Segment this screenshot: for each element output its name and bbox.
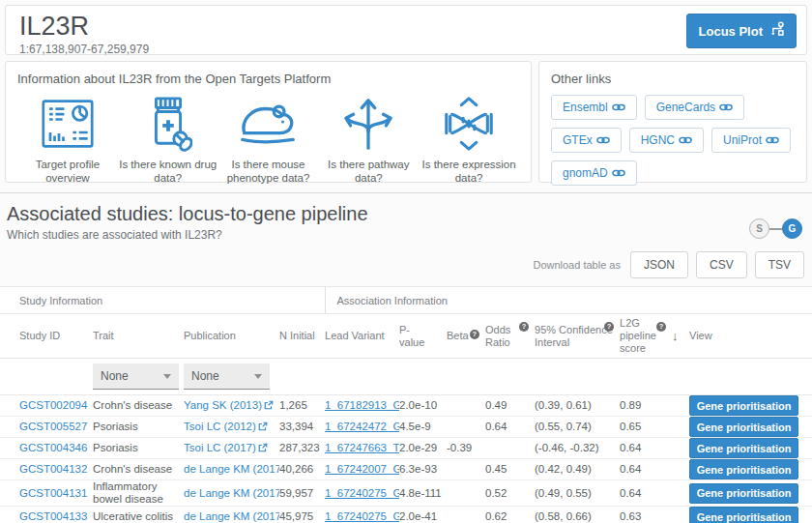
link-button-ensembl[interactable]: Ensembl bbox=[551, 95, 637, 120]
study-gene-toggle[interactable]: S G bbox=[749, 218, 802, 239]
col-header-l2g-score[interactable]: L2G pipeline score? bbox=[620, 314, 672, 359]
trait-filter-select[interactable]: None bbox=[93, 363, 179, 390]
download-csv-button[interactable]: CSV bbox=[696, 251, 747, 278]
beta-cell bbox=[447, 480, 485, 507]
study-id-link[interactable]: GCST005527 bbox=[19, 421, 87, 432]
lead-variant-link[interactable]: 1_67247663_T_C bbox=[325, 442, 399, 453]
col-header-confidence-interval[interactable]: 95% Confidence Interval? bbox=[535, 314, 620, 359]
beta-cell bbox=[447, 459, 485, 480]
study-id-link[interactable]: GCST004132 bbox=[19, 463, 87, 475]
table-filter-row: None None bbox=[0, 359, 812, 395]
study-id-link[interactable]: GCST004131 bbox=[19, 487, 87, 499]
p-value-cell: 2.0e-10 bbox=[399, 395, 447, 417]
pathway-data-item[interactable]: Is there pathway data? bbox=[318, 94, 419, 185]
publication-link[interactable]: de Lange KM (2017) bbox=[184, 510, 279, 522]
l2g-score-cell: 0.64 bbox=[620, 459, 672, 480]
target-profile-label: Target profile overview bbox=[17, 158, 118, 185]
expression-data-label: Is there expression data? bbox=[419, 158, 519, 185]
l2g-score-cell: 0.89 bbox=[620, 395, 672, 417]
download-json-button[interactable]: JSON bbox=[630, 251, 688, 278]
ci-help-icon[interactable]: ? bbox=[604, 322, 614, 332]
link-label-uniprot: UniProt bbox=[723, 133, 762, 147]
table-row: GCST004132 Crohn's disease de Lange KM (… bbox=[0, 459, 812, 480]
link-button-uniprot[interactable]: UniProt bbox=[711, 128, 791, 153]
toggle-connector bbox=[769, 228, 782, 230]
other-links-title: Other links bbox=[551, 72, 795, 86]
col-header-p-value[interactable]: P-value bbox=[399, 314, 447, 359]
lead-variant-link[interactable]: 1_67242472_G_T bbox=[325, 421, 399, 432]
link-icon bbox=[612, 168, 625, 178]
mouse-data-item[interactable]: Is there mouse phenotype data? bbox=[218, 94, 319, 185]
link-button-genecards[interactable]: GeneCards bbox=[645, 95, 744, 120]
gene-location: 1:67,138,907-67,259,979 bbox=[19, 43, 149, 56]
target-profile-item[interactable]: Target profile overview bbox=[17, 94, 118, 185]
col-header-n-initial[interactable]: N Initial bbox=[279, 314, 325, 359]
lead-variant-link[interactable]: 1_67240275_G_A bbox=[325, 487, 399, 499]
gene-prioritisation-button[interactable]: Gene prioritisation bbox=[689, 395, 798, 416]
study-id-link[interactable]: GCST004346 bbox=[19, 442, 87, 453]
mouse-data-label: Is there mouse phenotype data? bbox=[218, 158, 319, 185]
download-label: Download table as bbox=[533, 259, 621, 271]
studies-table: Study Information Association Informatio… bbox=[0, 286, 812, 523]
lead-variant-link[interactable]: 1_67240275_G_A bbox=[325, 510, 399, 522]
publication-link[interactable]: de Lange KM (2017) bbox=[184, 487, 279, 499]
lead-variant-link[interactable]: 1_67242007_G_A bbox=[325, 463, 399, 475]
ci-cell: (-0.46, -0.32) bbox=[535, 438, 620, 459]
gene-prioritisation-button[interactable]: Gene prioritisation bbox=[689, 507, 798, 523]
study-id-link[interactable]: GCST004133 bbox=[19, 510, 87, 522]
download-tsv-button[interactable]: TSV bbox=[755, 251, 804, 278]
odds-ratio-help-icon[interactable]: ? bbox=[519, 322, 529, 332]
sort-desc-icon[interactable]: ↓ bbox=[672, 329, 679, 343]
p-value-cell: 2.0e-29 bbox=[399, 438, 447, 459]
lead-variant-link[interactable]: 1_67182913_G_A bbox=[325, 399, 399, 411]
studies-heading: Associated studies: locus-to-gene pipeli… bbox=[7, 203, 805, 225]
trait-cell: Psoriasis bbox=[93, 417, 184, 438]
toggle-gene-option[interactable]: G bbox=[782, 218, 802, 239]
odds-ratio-cell: 0.64 bbox=[485, 417, 535, 438]
l2g-score-cell: 0.64 bbox=[620, 438, 672, 459]
link-label-gtex: GTEx bbox=[563, 133, 593, 147]
gene-prioritisation-button[interactable]: Gene prioritisation bbox=[689, 459, 798, 479]
col-header-trait[interactable]: Trait bbox=[93, 314, 184, 359]
gene-prioritisation-button[interactable]: Gene prioritisation bbox=[689, 417, 798, 437]
drug-data-item[interactable]: Is there known drug data? bbox=[118, 94, 218, 185]
platform-info-title: Information about IL23R from the Open Ta… bbox=[17, 72, 519, 86]
gene-prioritisation-button[interactable]: Gene prioritisation bbox=[689, 438, 798, 458]
gene-header-text: IL23R 1:67,138,907-67,259,979 bbox=[19, 12, 149, 56]
l2g-help-icon[interactable]: ? bbox=[656, 322, 666, 332]
publication-link[interactable]: Yang SK (2013) bbox=[184, 399, 262, 411]
beta-cell bbox=[447, 395, 485, 417]
locus-plot-button[interactable]: Locus Plot bbox=[686, 14, 797, 48]
n-initial-cell: 1,265 bbox=[279, 395, 325, 417]
gene-prioritisation-button[interactable]: Gene prioritisation bbox=[689, 483, 798, 504]
odds-ratio-cell bbox=[485, 438, 535, 459]
n-initial-cell: 59,957 bbox=[279, 480, 325, 507]
l2g-score-cell: 0.63 bbox=[620, 507, 672, 523]
beta-cell bbox=[447, 507, 485, 523]
col-header-sort[interactable]: ↓ bbox=[672, 314, 689, 359]
col-header-beta[interactable]: Beta? bbox=[447, 314, 485, 359]
link-button-hgnc[interactable]: HGNC bbox=[629, 128, 704, 153]
link-button-gtex[interactable]: GTEx bbox=[551, 128, 622, 153]
p-value-cell: 6.3e-93 bbox=[399, 459, 447, 480]
link-button-gnomad[interactable]: gnomAD bbox=[551, 160, 637, 186]
publication-link[interactable]: de Lange KM (2017) bbox=[184, 463, 279, 475]
col-header-publication[interactable]: Publication bbox=[184, 314, 279, 359]
study-id-link[interactable]: GCST002094 bbox=[19, 399, 87, 411]
publication-filter-select[interactable]: None bbox=[184, 363, 270, 390]
beta-help-icon[interactable]: ? bbox=[470, 330, 479, 339]
trait-filter-value: None bbox=[101, 369, 129, 383]
group-header-association: Association Information bbox=[325, 287, 812, 314]
table-column-header-row: Study ID Trait Publication N Initial Lea… bbox=[0, 314, 812, 359]
ci-cell: (0.42, 0.49) bbox=[535, 459, 620, 480]
link-icon bbox=[766, 135, 779, 145]
toggle-study-option[interactable]: S bbox=[749, 218, 769, 239]
col-header-odds-ratio[interactable]: Odds Ratio? bbox=[485, 314, 535, 359]
publication-link[interactable]: Tsoi LC (2012) bbox=[184, 421, 256, 432]
platform-info-card: Information about IL23R from the Open Ta… bbox=[5, 61, 532, 183]
chevron-down-icon bbox=[254, 374, 262, 379]
expression-data-item[interactable]: Is there expression data? bbox=[419, 94, 519, 185]
publication-link[interactable]: Tsoi LC (2017) bbox=[184, 442, 256, 453]
col-header-study-id[interactable]: Study ID bbox=[0, 314, 93, 359]
col-header-lead-variant[interactable]: Lead Variant bbox=[325, 314, 399, 359]
